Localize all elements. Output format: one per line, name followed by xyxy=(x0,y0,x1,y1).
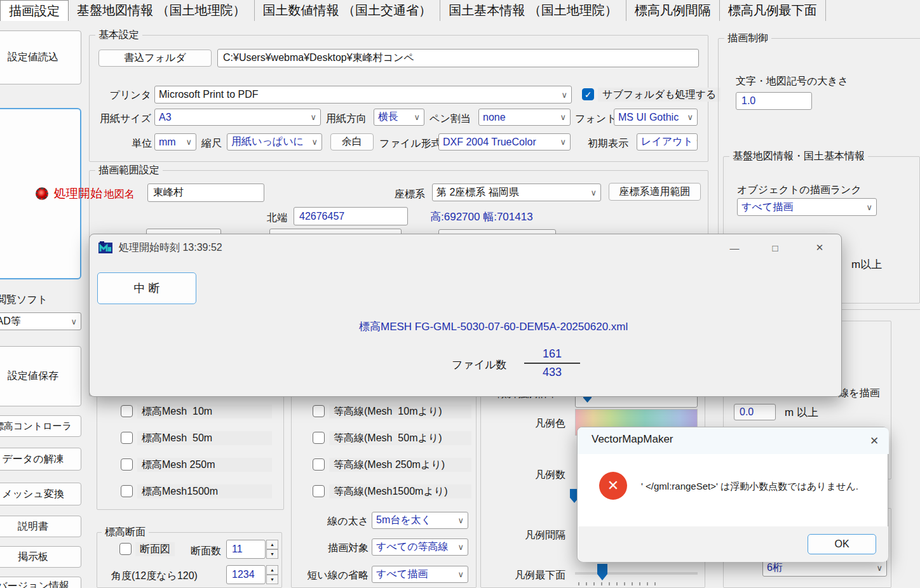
abort-button[interactable]: 中 断 xyxy=(97,272,196,304)
mesh-1500m-label[interactable]: 標高Mesh1500m xyxy=(137,484,272,498)
draw-target-select[interactable]: すべての等高線 ∨ xyxy=(372,538,468,556)
load-settings-button[interactable]: 設定値読込 xyxy=(0,30,81,84)
mesh-1500m-checkbox[interactable] xyxy=(121,485,133,497)
text-symbol-size-input[interactable]: 1.0 xyxy=(736,92,812,110)
font-select[interactable]: MS UI Gothic ∨ xyxy=(614,109,698,126)
contour-1500m-checkbox[interactable] xyxy=(313,485,325,497)
save-settings-button[interactable]: 設定値保存 xyxy=(0,346,81,406)
contour-50m-checkbox[interactable] xyxy=(313,432,325,444)
mesh-50m-checkbox[interactable] xyxy=(121,432,133,444)
object-rank-select[interactable]: すべて描画 ∨ xyxy=(737,198,877,216)
elevation-controller-button[interactable]: 標高コントローラ xyxy=(0,415,81,437)
mesh-50m-label[interactable]: 標高Mesh 50m xyxy=(137,431,272,445)
section-figure-label[interactable]: 断面図 xyxy=(135,542,175,556)
error-dialog-titlebar[interactable]: VectorMapMaker ✕ xyxy=(578,427,889,454)
tab-elevation-legend-interval[interactable]: 標高凡例間隔 xyxy=(626,0,720,21)
tab-fundamental-geo-info[interactable]: 基盤地図情報 （国土地理院） xyxy=(69,0,255,21)
pen-assignment-select[interactable]: none ∨ xyxy=(478,109,571,126)
unzip-data-button[interactable]: データの解凍 xyxy=(0,448,81,471)
map-name-input[interactable]: 東峰村 xyxy=(147,184,264,202)
legend-color-label: 凡例色 xyxy=(483,417,565,430)
maximize-button[interactable]: □ xyxy=(756,236,794,260)
text-symbol-size-value: 1.0 xyxy=(741,95,755,107)
subfolder-checkbox-label[interactable]: サブフォルダも処理する xyxy=(598,88,720,102)
legend-bottom-slider-track[interactable] xyxy=(575,572,698,575)
progress-dialog-titlebar[interactable]: 処理開始時刻 13:39:52 — □ ✕ xyxy=(90,234,842,261)
subfolder-checkbox[interactable]: ✓ xyxy=(582,88,594,100)
bulletin-board-button[interactable]: 掲示板 xyxy=(0,546,81,568)
spin-down-icon[interactable]: ▼ xyxy=(266,549,278,559)
short-line-omit-label: 短い線の省略 xyxy=(299,569,369,582)
file-format-label: ファイル形式 xyxy=(379,137,442,150)
version-info-button[interactable]: バージョン情報 xyxy=(0,577,81,588)
tab-national-land-basic[interactable]: 国土基本情報 （国土地理院） xyxy=(440,0,626,21)
contour-250m-checkbox[interactable] xyxy=(313,458,325,471)
short-line-omit-value: すべて描画 xyxy=(376,568,428,581)
error-x-icon: ✕ xyxy=(607,478,619,494)
unit-select[interactable]: mm ∨ xyxy=(154,133,196,150)
close-icon: ✕ xyxy=(870,434,879,448)
contour-50m-label[interactable]: 等高線(Mesh 50mより) xyxy=(329,431,471,445)
minimize-button[interactable]: — xyxy=(715,236,754,260)
section-angle-value: 1234 xyxy=(232,569,255,580)
margin-button[interactable]: 余白 xyxy=(330,133,374,150)
close-button[interactable]: ✕ xyxy=(801,236,839,260)
tab-national-land-numerical[interactable]: 国土数値情報 （国土交通省） xyxy=(255,0,441,21)
error-close-button[interactable]: ✕ xyxy=(860,427,889,454)
chevron-down-icon: ∨ xyxy=(693,137,698,147)
contour-1500m-label[interactable]: 等高線(Mesh1500mより) xyxy=(329,484,471,498)
spin-down-icon[interactable]: ▼ xyxy=(266,575,278,584)
chevron-down-icon: ∨ xyxy=(558,90,567,100)
printer-select[interactable]: Microsoft Print to PDF ∨ xyxy=(154,86,572,104)
paper-size-select[interactable]: A3 ∨ xyxy=(154,109,321,126)
section-count-value: 11 xyxy=(232,544,243,555)
start-processing-button[interactable]: 処理開始 xyxy=(0,108,81,279)
viewer-software-select[interactable]: CAD等 ∨ xyxy=(0,312,81,330)
chevron-down-icon: ∨ xyxy=(588,188,597,197)
mesh-10m-label[interactable]: 標高Mesh 10m xyxy=(137,404,272,418)
maximize-icon: □ xyxy=(772,243,778,253)
folder-path-input[interactable]: C:¥Users¥webma¥Desktop¥東峰村コンペ xyxy=(217,49,699,67)
tab-elevation-legend-bottom[interactable]: 標高凡例最下面 xyxy=(720,0,826,21)
section-angle-input[interactable]: 1234 xyxy=(226,565,266,584)
scale-select[interactable]: 用紙いっぱいに ∨ xyxy=(227,133,322,150)
slider-tick-marks xyxy=(578,582,658,585)
manual-button[interactable]: 説明書 xyxy=(0,516,81,537)
ok-button[interactable]: OK xyxy=(808,534,876,554)
initial-display-select[interactable]: レイアウト ∨ xyxy=(637,133,698,150)
check-icon: ✓ xyxy=(585,90,592,100)
mesh-250m-checkbox[interactable] xyxy=(121,458,133,471)
section-count-stepper[interactable]: ▲ ▼ xyxy=(266,540,278,559)
orientation-value: 横長 xyxy=(378,110,398,124)
app-icon xyxy=(98,241,112,253)
section-angle-stepper[interactable]: ▲ ▼ xyxy=(266,565,278,584)
unit-value: mm xyxy=(159,137,176,148)
contour-10m-checkbox[interactable] xyxy=(313,405,325,417)
line-width-select[interactable]: 5m台を太く ∨ xyxy=(372,512,468,529)
section-count-input[interactable]: 11 xyxy=(226,540,266,559)
contour-10m-label[interactable]: 等高線(Mesh 10mより) xyxy=(329,404,471,418)
min-elevation-value: 0.0 xyxy=(740,406,754,418)
write-folder-button[interactable]: 書込フォルダ xyxy=(98,50,212,67)
chevron-down-icon: ∨ xyxy=(684,112,693,122)
orientation-select[interactable]: 横長 ∨ xyxy=(374,109,424,126)
coordinate-system-select[interactable]: 第 2座標系 福岡県 ∨ xyxy=(432,184,601,201)
section-figure-checkbox[interactable] xyxy=(119,543,132,555)
map-size-text: 高:692700 幅:701413 xyxy=(430,211,533,224)
short-line-omit-select[interactable]: すべて描画 ∨ xyxy=(372,566,468,583)
scale-value: 用紙いっぱいに xyxy=(231,135,304,149)
write-folder-label: 書込フォルダ xyxy=(124,51,186,65)
mesh-250m-label[interactable]: 標高Mesh 250m xyxy=(137,458,272,472)
contour-250m-label[interactable]: 等高線(Mesh 250mより) xyxy=(329,458,471,472)
spin-up-icon[interactable]: ▲ xyxy=(266,540,278,549)
tab-drawing-settings[interactable]: 描画設定 xyxy=(0,0,69,21)
mesh-convert-button[interactable]: メッシュ変換 xyxy=(0,483,81,505)
draw-line-partial-label: 線を描画 xyxy=(839,387,879,399)
draw-target-value: すべての等高線 xyxy=(376,540,449,554)
spin-up-icon[interactable]: ▲ xyxy=(266,565,278,575)
mesh-10m-checkbox[interactable] xyxy=(121,405,133,417)
coordinate-range-button[interactable]: 座標系適用範囲 xyxy=(609,183,701,201)
min-elevation-input[interactable]: 0.0 xyxy=(734,404,776,420)
north-edge-input[interactable]: 42676457 xyxy=(294,207,408,225)
file-format-select[interactable]: DXF 2004 TrueColor ∨ xyxy=(438,133,571,150)
